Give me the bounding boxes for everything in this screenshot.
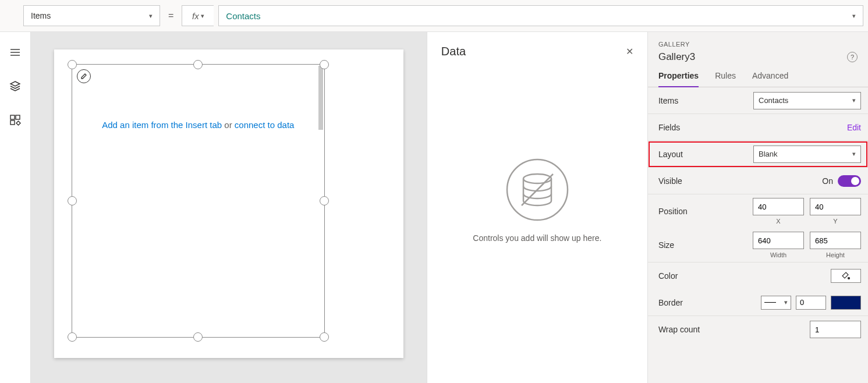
prop-items: Items Contacts ▾ (648, 87, 868, 114)
resize-handle[interactable] (68, 60, 77, 69)
prop-layout: Layout Blank ▾ (648, 141, 868, 168)
left-rail (0, 32, 31, 383)
svg-marker-3 (10, 81, 20, 86)
border-style-dropdown[interactable]: ▾ (761, 296, 791, 310)
prop-layout-label: Layout (658, 150, 683, 159)
wrap-count-input[interactable] (810, 321, 861, 338)
svg-rect-5 (16, 115, 20, 119)
prop-position-label: Position (658, 207, 688, 216)
size-height-input[interactable] (810, 232, 861, 249)
layout-value: Blank (759, 150, 778, 158)
data-panel: Data ✕ Controls you add will show up her… (427, 32, 647, 383)
resize-handle[interactable] (68, 332, 77, 342)
svg-point-9 (523, 174, 551, 183)
border-width-input[interactable] (796, 296, 826, 310)
tab-rules[interactable]: Rules (715, 71, 736, 87)
prop-border-label: Border (658, 298, 683, 307)
svg-rect-7 (16, 121, 20, 125)
prop-wrap-label: Wrap count (658, 325, 700, 334)
size-height-sublabel: Height (826, 251, 845, 258)
visible-toggle[interactable] (838, 175, 861, 187)
resize-handle[interactable] (193, 332, 203, 342)
color-picker[interactable] (831, 269, 861, 283)
control-type-label: GALLERY (658, 41, 858, 48)
chevron-down-icon: ▾ (201, 12, 204, 20)
svg-rect-6 (10, 120, 15, 125)
prop-color: Color (648, 263, 868, 289)
prop-items-label: Items (658, 96, 678, 105)
items-dropdown[interactable]: Contacts ▾ (753, 92, 861, 109)
prop-position: Position X Y (648, 194, 868, 228)
resize-handle[interactable] (193, 60, 203, 69)
data-panel-message: Controls you add will show up here. (473, 233, 601, 243)
hint-insert[interactable]: Add an item from the Insert tab (102, 120, 222, 130)
resize-handle[interactable] (320, 60, 329, 69)
gallery-hint: Add an item from the Insert tab or conne… (72, 120, 324, 130)
position-y-input[interactable] (810, 198, 861, 215)
paint-icon (842, 272, 850, 280)
prop-color-label: Color (658, 271, 678, 281)
components-icon[interactable] (9, 114, 21, 126)
size-width-sublabel: Width (770, 251, 786, 258)
formula-input[interactable]: Contacts ▾ (218, 5, 863, 26)
chevron-down-icon: ▾ (852, 150, 856, 158)
border-color-swatch[interactable] (831, 296, 861, 310)
properties-tabs: Properties Rules Advanced (648, 71, 868, 87)
prop-visible-label: Visible (658, 176, 682, 186)
hint-or: or (222, 120, 235, 130)
resize-handle[interactable] (320, 196, 329, 205)
resize-handle[interactable] (68, 196, 77, 205)
svg-rect-4 (10, 115, 15, 119)
equals-label: = (165, 10, 177, 21)
properties-panel: GALLERY Gallery3 ? Properties Rules Adva… (647, 32, 868, 383)
close-icon[interactable]: ✕ (626, 46, 633, 57)
formula-text: Contacts (226, 11, 260, 21)
position-x-input[interactable] (753, 198, 804, 215)
property-dropdown[interactable]: Items ▾ (23, 5, 160, 26)
svg-point-11 (848, 278, 850, 279)
help-icon[interactable]: ? (847, 52, 858, 62)
tab-advanced[interactable]: Advanced (752, 71, 788, 87)
visible-state: On (822, 176, 833, 186)
size-width-input[interactable] (753, 232, 804, 249)
prop-fields-label: Fields (658, 123, 680, 132)
prop-size: Size Width Height (648, 228, 868, 263)
chevron-down-icon: ▾ (784, 299, 788, 306)
tab-properties[interactable]: Properties (658, 71, 699, 87)
gallery-control[interactable]: Add an item from the Insert tab or conne… (72, 64, 325, 338)
prop-size-label: Size (658, 240, 674, 250)
chevron-down-icon: ▾ (852, 12, 856, 20)
layers-icon[interactable] (9, 80, 21, 92)
prop-visible: Visible On (648, 168, 868, 194)
prop-border: Border ▾ (648, 289, 868, 316)
hamburger-icon[interactable] (9, 47, 21, 58)
data-panel-title: Data (441, 45, 466, 58)
fields-edit-link[interactable]: Edit (847, 123, 861, 132)
prop-wrap-count: Wrap count (648, 316, 868, 343)
line-icon (764, 302, 776, 303)
canvas[interactable]: Add an item from the Insert tab or conne… (54, 49, 403, 358)
chevron-down-icon: ▾ (852, 97, 856, 104)
chevron-down-icon: ▾ (149, 12, 153, 20)
items-value: Contacts (759, 96, 788, 105)
fx-icon: fx (192, 11, 199, 21)
fx-button[interactable]: fx ▾ (182, 5, 214, 26)
edit-pencil-icon[interactable] (77, 69, 91, 83)
control-name[interactable]: Gallery3 (658, 51, 695, 63)
position-y-sublabel: Y (833, 218, 837, 225)
prop-fields: Fields Edit (648, 114, 868, 141)
resize-handle[interactable] (320, 332, 329, 342)
database-empty-icon (505, 158, 569, 222)
hint-connect[interactable]: connect to data (235, 120, 295, 130)
layout-dropdown[interactable]: Blank ▾ (753, 146, 861, 163)
property-dropdown-label: Items (31, 11, 51, 20)
canvas-area[interactable]: Add an item from the Insert tab or conne… (31, 32, 427, 383)
position-x-sublabel: X (776, 218, 780, 225)
